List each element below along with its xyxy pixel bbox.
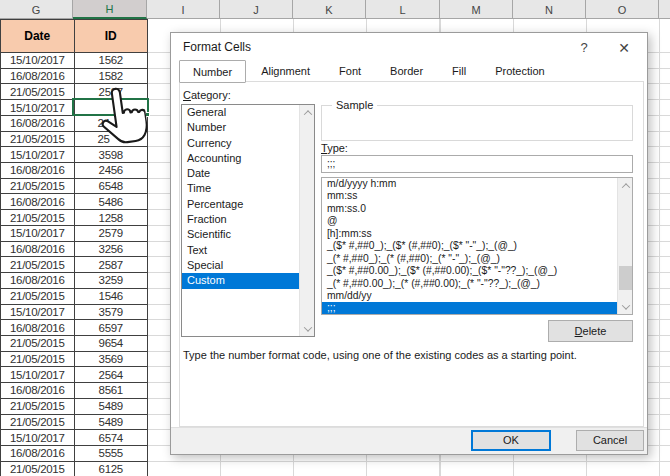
date-cell[interactable]: 16/08/2016	[1, 163, 75, 179]
tab-alignment[interactable]: Alignment	[247, 61, 324, 82]
category-item-number[interactable]: Number	[182, 120, 299, 135]
date-cell[interactable]: 16/08/2016	[1, 242, 75, 258]
id-cell[interactable]: 2456	[75, 163, 149, 179]
date-cell[interactable]: 16/08/2016	[1, 273, 75, 289]
tab-border[interactable]: Border	[376, 61, 437, 82]
date-cell[interactable]: 15/10/2017	[1, 367, 75, 383]
id-cell[interactable]: 6125	[75, 462, 149, 476]
format-code-item[interactable]: mm:ss.0	[322, 203, 617, 215]
date-cell[interactable]: 21/05/2015	[1, 415, 75, 431]
date-cell[interactable]: 21/05/2015	[1, 462, 75, 476]
column-header-I[interactable]: I	[147, 0, 220, 19]
column-header-J[interactable]: J	[220, 0, 293, 19]
id-cell[interactable]: 6597	[75, 320, 149, 336]
scroll-up-icon[interactable]	[300, 105, 315, 120]
column-header-N[interactable]: N	[513, 0, 586, 19]
date-cell[interactable]: 15/10/2017	[1, 53, 75, 69]
id-cell[interactable]: 3598	[75, 147, 149, 163]
date-cell[interactable]: 16/08/2016	[1, 383, 75, 399]
format-code-item[interactable]: _($* #,##0.00_);_($* (#,##0.00);_($* "-"…	[322, 265, 617, 277]
date-cell[interactable]: 21/05/2015	[1, 352, 75, 368]
column-header-G[interactable]: G	[0, 0, 73, 19]
category-item-date[interactable]: Date	[182, 166, 299, 181]
category-item-currency[interactable]: Currency	[182, 136, 299, 151]
date-cell[interactable]: 21/05/2015	[1, 257, 75, 273]
cancel-button[interactable]: Cancel	[576, 430, 644, 451]
id-cell[interactable]: 5489	[75, 399, 149, 415]
date-cell[interactable]: 21/05/2015	[1, 289, 75, 305]
date-cell[interactable]: 21/05/2015	[1, 399, 75, 415]
id-cell[interactable]: 1258	[75, 210, 149, 226]
format-code-item[interactable]: _(* #,##0.00_);_(* (#,##0.00);_(* "-"??_…	[322, 278, 617, 290]
format-code-item[interactable]: _($* #,##0_);_($* (#,##0);_($* "-"_);_(@…	[322, 240, 617, 252]
date-cell[interactable]: 15/10/2017	[1, 430, 75, 446]
id-cell[interactable]: 25	[75, 132, 149, 148]
format-code-item[interactable]: _(* #,##0_);_(* (#,##0);_(* "-"_);_(@_)	[322, 253, 617, 265]
date-cell[interactable]: 16/08/2016	[1, 69, 75, 85]
id-cell[interactable]: 2587	[75, 257, 149, 273]
id-cell[interactable]: 3259	[75, 273, 149, 289]
close-icon[interactable]: ✕	[611, 38, 637, 58]
format-code-item[interactable]: mm/dd/yy	[322, 290, 617, 302]
code-scrollbar[interactable]	[617, 178, 632, 314]
date-cell[interactable]: 16/08/2016	[1, 320, 75, 336]
column-header-O[interactable]: O	[586, 0, 659, 19]
id-cell[interactable]: 24	[75, 116, 149, 132]
ok-button[interactable]: OK	[471, 430, 551, 451]
date-cell[interactable]: 21/05/2015	[1, 132, 75, 148]
date-cell[interactable]: 16/08/2016	[1, 446, 75, 462]
date-cell[interactable]: 16/08/2016	[1, 194, 75, 210]
format-code-listbox[interactable]: m/d/yyyy h:mmmm:ssmm:ss.0@[h]:mm:ss_($* …	[321, 177, 633, 315]
id-cell[interactable]: 1546	[75, 289, 149, 305]
format-code-item[interactable]: [h]:mm:ss	[322, 228, 617, 240]
column-header-L[interactable]: L	[366, 0, 440, 19]
column-header-K[interactable]: K	[293, 0, 366, 19]
date-cell[interactable]: 15/10/2017	[1, 226, 75, 242]
id-cell[interactable]: 5489	[75, 415, 149, 431]
scroll-down-icon[interactable]	[618, 299, 633, 314]
type-input[interactable]: ;;;	[321, 155, 633, 173]
scrollbar-thumb[interactable]	[619, 266, 632, 290]
scroll-up-icon[interactable]	[618, 178, 633, 193]
category-item-custom[interactable]: Custom	[182, 273, 299, 288]
category-item-scientific[interactable]: Scientific	[182, 227, 299, 242]
date-cell[interactable]: 21/05/2015	[1, 210, 75, 226]
date-cell[interactable]: 21/05/2015	[1, 336, 75, 352]
fill-handle[interactable]	[145, 112, 150, 117]
category-item-general[interactable]: General	[182, 105, 299, 120]
id-cell[interactable]: 3256	[75, 242, 149, 258]
date-cell[interactable]: 21/05/2015	[1, 179, 75, 195]
id-cell[interactable]: 3579	[75, 305, 149, 321]
id-cell[interactable]: 5555	[75, 446, 149, 462]
category-listbox[interactable]: GeneralNumberCurrencyAccountingDateTimeP…	[181, 104, 315, 337]
date-cell[interactable]: 15/10/2017	[1, 147, 75, 163]
format-code-item[interactable]: m/d/yyyy h:mm	[322, 178, 617, 190]
tab-font[interactable]: Font	[325, 61, 375, 82]
tab-protection[interactable]: Protection	[481, 61, 559, 82]
date-cell[interactable]: 15/10/2017	[1, 305, 75, 321]
help-icon[interactable]: ?	[571, 38, 597, 58]
id-cell[interactable]: 6548	[75, 179, 149, 195]
delete-button[interactable]: Delete	[548, 320, 633, 342]
selected-cell-outline[interactable]	[72, 98, 149, 116]
id-cell[interactable]: 5486	[75, 194, 149, 210]
scroll-down-icon[interactable]	[300, 321, 315, 336]
category-item-fraction[interactable]: Fraction	[182, 212, 299, 227]
id-cell[interactable]: 2579	[75, 226, 149, 242]
id-cell[interactable]: 1562	[75, 53, 149, 69]
category-item-text[interactable]: Text	[182, 243, 299, 258]
tab-fill[interactable]: Fill	[438, 61, 480, 82]
id-cell[interactable]: 9654	[75, 336, 149, 352]
category-item-accounting[interactable]: Accounting	[182, 151, 299, 166]
date-cell[interactable]: 16/08/2016	[1, 116, 75, 132]
category-scrollbar[interactable]	[299, 105, 314, 336]
tab-number[interactable]: Number	[179, 60, 246, 83]
format-code-item[interactable]: mm:ss	[322, 190, 617, 202]
id-cell[interactable]: 3569	[75, 352, 149, 368]
category-item-time[interactable]: Time	[182, 181, 299, 196]
id-cell[interactable]: 2564	[75, 367, 149, 383]
date-cell[interactable]: 15/10/2017	[1, 100, 75, 116]
category-item-percentage[interactable]: Percentage	[182, 197, 299, 212]
id-cell[interactable]: 6574	[75, 430, 149, 446]
column-header-M[interactable]: M	[440, 0, 513, 19]
